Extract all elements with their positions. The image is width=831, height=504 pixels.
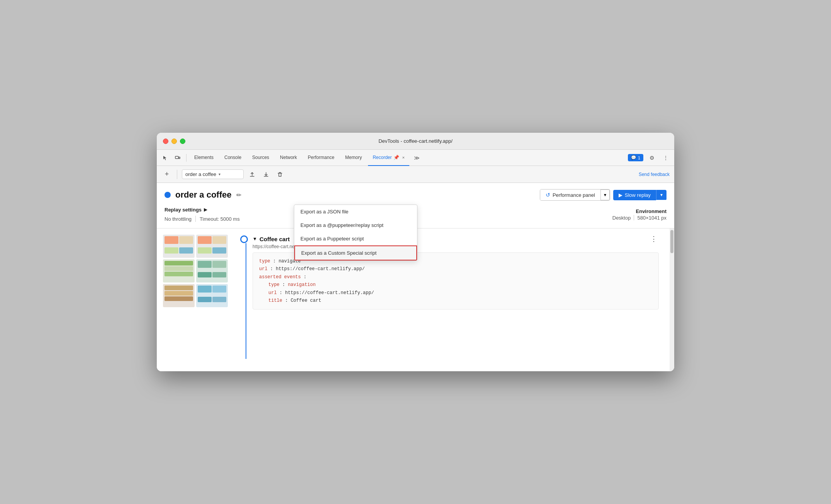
step-circle (240, 235, 248, 243)
dropdown-menu: Export as a JSON file Export as a @puppe… (294, 205, 417, 261)
thumbnail-2 (196, 235, 228, 258)
title-bar: DevTools - coffee-cart.netlify.app/ (157, 133, 674, 150)
replay-settings-arrow: ▶ (204, 207, 207, 212)
code-colon-5: : (280, 290, 285, 296)
replay-settings[interactable]: Replay settings ▶ (165, 207, 240, 213)
code-key-inner-type: type (268, 282, 280, 288)
step-title: ▼ Coffee cart (253, 236, 290, 242)
export-puppeteer-replay-option[interactable]: Export as a @puppeteer/replay script (294, 218, 417, 232)
code-colon-6: : (285, 298, 290, 303)
tab-recorder-close[interactable]: × (402, 155, 405, 160)
export-dropdown: Export as a JSON file Export as a @puppe… (294, 205, 417, 261)
code-val-title: Coffee cart (291, 298, 321, 303)
download-button[interactable] (261, 169, 271, 180)
thumbnail-panel (157, 228, 234, 371)
settings-separator (195, 216, 196, 222)
device-icon[interactable] (172, 152, 183, 163)
svg-rect-1 (179, 157, 180, 159)
feedback-badge[interactable]: 💬 1 (628, 154, 643, 161)
window-title: DevTools - coffee-cart.netlify.app/ (378, 138, 453, 144)
performance-panel-dropdown[interactable]: ▾ (601, 189, 610, 200)
refresh-icon: ↺ (546, 192, 550, 198)
code-line-asserted: asserted events : (259, 273, 652, 281)
code-line-inner-type: type : navigation (259, 281, 652, 289)
recording-title-row: order a coffee ✏ (165, 190, 241, 200)
code-colon-3: : (304, 274, 306, 280)
settings-info: No throttling Timeout: 5000 ms (165, 216, 240, 222)
export-puppeteer-option[interactable]: Export as a Puppeteer script (294, 232, 417, 245)
recording-title: order a coffee (175, 190, 232, 200)
recording-selector[interactable]: order a coffee ▾ (182, 169, 244, 179)
code-line-title: title : Coffee cart (259, 297, 652, 304)
thumbnail-4 (196, 259, 228, 282)
recording-name: order a coffee (185, 171, 216, 177)
tab-performance[interactable]: Performance (303, 150, 339, 166)
chevron-down-icon: ▾ (219, 172, 220, 176)
resolution: 580×1041 px (637, 215, 666, 221)
tab-console[interactable]: Console (220, 150, 246, 166)
code-key-inner-url: url (268, 290, 277, 296)
slow-replay-label: Slow replay (625, 192, 651, 198)
device-type: Desktop (612, 215, 631, 221)
step-line (246, 243, 246, 359)
tab-elements[interactable]: Elements (190, 150, 218, 166)
env-separator (634, 215, 634, 220)
maximize-button[interactable] (180, 139, 185, 144)
settings-left: Replay settings ▶ No throttling Timeout:… (165, 207, 240, 222)
scrollbar-thumb[interactable] (670, 230, 673, 253)
cursor-icon[interactable] (160, 152, 171, 163)
thumbnail-5 (163, 284, 195, 307)
thumbnail-3 (163, 259, 195, 282)
code-key-type: type (259, 259, 270, 264)
recording-header: order a coffee ✏ ↺ Performance panel ▾ ▶… (165, 189, 666, 201)
scrollbar[interactable] (670, 228, 674, 371)
add-recording-button[interactable]: + (161, 169, 172, 180)
recording-dot (165, 192, 171, 198)
edit-icon[interactable]: ✏ (236, 191, 241, 199)
separator-2 (177, 170, 177, 179)
traffic-lights (163, 139, 185, 144)
thumbnail-1 (163, 235, 195, 258)
header-actions: ↺ Performance panel ▾ ▶ Slow replay ▾ (540, 189, 666, 201)
feedback-count: 1 (638, 156, 640, 160)
code-colon-4: : (282, 282, 288, 288)
upload-button[interactable] (247, 169, 258, 180)
send-feedback-link[interactable]: Send feedback (639, 172, 670, 177)
code-colon-1: : (273, 259, 278, 264)
pin-icon: 📌 (393, 155, 399, 160)
settings-icon[interactable]: ⚙ (646, 152, 657, 163)
tab-network[interactable]: Network (275, 150, 302, 166)
more-tabs-icon[interactable]: ≫ (411, 155, 423, 161)
step-arrow-icon[interactable]: ▼ (253, 236, 257, 242)
chat-icon: 💬 (631, 155, 636, 160)
close-button[interactable] (163, 139, 168, 144)
code-block: type : navigate url : https://coffee-car… (253, 252, 659, 310)
delete-button[interactable] (275, 169, 285, 180)
code-key-title: title (268, 298, 282, 303)
recorder-toolbar: + order a coffee ▾ Send feedback (157, 166, 674, 183)
slow-replay-dropdown[interactable]: ▾ (656, 190, 666, 200)
environment-label: Environment (612, 208, 666, 214)
code-val-inner-type: navigation (288, 282, 315, 288)
throttling-value: No throttling (165, 216, 192, 222)
tab-memory[interactable]: Memory (341, 150, 366, 166)
step-more-button[interactable]: ⋮ (649, 235, 659, 243)
slow-replay-main-button[interactable]: ▶ Slow replay (613, 190, 656, 200)
export-custom-special-option[interactable]: Export as a Custom Special script (294, 245, 417, 260)
performance-panel-button[interactable]: ↺ Performance panel (540, 189, 601, 200)
code-val-url: https://coffee-cart.netlify.app/ (276, 266, 365, 272)
tab-recorder[interactable]: Recorder 📌 × (368, 150, 409, 166)
toolbar-right: 💬 1 ⚙ ⋮ (628, 152, 671, 163)
replay-settings-label: Replay settings (165, 207, 202, 213)
step-timeline (240, 235, 248, 359)
tab-sources[interactable]: Sources (248, 150, 274, 166)
thumbnail-6 (196, 284, 228, 307)
minimize-button[interactable] (171, 139, 177, 144)
slow-replay-button-group: ▶ Slow replay ▾ (613, 190, 666, 200)
export-json-option[interactable]: Export as a JSON file (294, 205, 417, 218)
more-menu-icon[interactable]: ⋮ (660, 152, 671, 163)
code-key-asserted: asserted events (259, 274, 301, 280)
code-line-url: url : https://coffee-cart.netlify.app/ (259, 265, 652, 273)
code-colon-2: : (270, 266, 276, 272)
environment-value: Desktop 580×1041 px (612, 215, 666, 221)
